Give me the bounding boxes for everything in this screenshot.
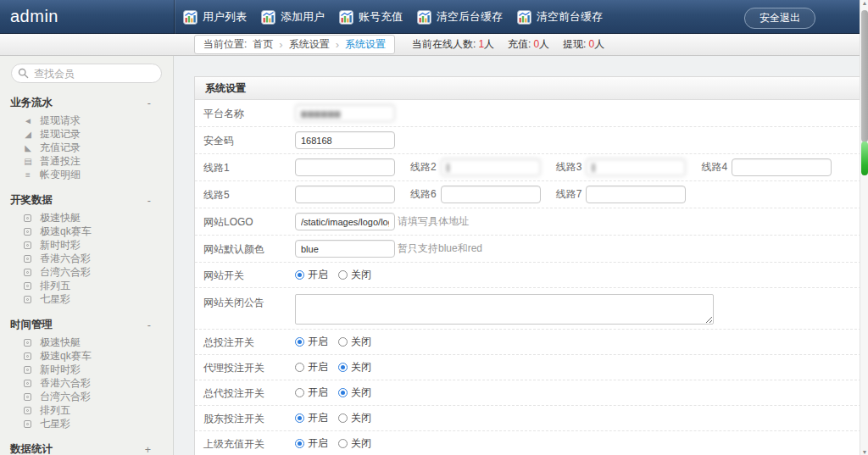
text-input[interactable] — [295, 104, 395, 122]
topbar-nav-button[interactable]: 用户列表 — [183, 9, 247, 25]
radio-option[interactable]: 开启 — [295, 268, 328, 282]
text-input[interactable] — [295, 131, 395, 149]
target-icon — [24, 282, 31, 290]
radio-option[interactable]: 开启 — [295, 335, 328, 349]
sidebar-item-label: 七星彩 — [40, 292, 70, 307]
radio-button[interactable] — [295, 270, 304, 280]
sidebar-item-label: 极速qk赛车 — [40, 225, 92, 239]
text-input[interactable] — [586, 158, 686, 176]
stat-unit: 人 — [484, 38, 494, 50]
text-input[interactable] — [295, 213, 395, 230]
sidebar-section-header[interactable]: 业务流水- — [0, 92, 173, 114]
sidebar-item[interactable]: 七星彩 — [0, 417, 173, 430]
radio-option[interactable]: 关闭 — [338, 436, 371, 451]
sidebar-item-label: 帐变明细 — [40, 168, 81, 182]
text-input[interactable] — [586, 186, 686, 203]
sidebar-item-label: 台湾六合彩 — [40, 265, 91, 280]
radio-option[interactable]: 关闭 — [338, 411, 371, 425]
text-input[interactable] — [441, 158, 541, 176]
radio-button[interactable] — [295, 337, 304, 347]
announcement-textarea[interactable] — [295, 294, 714, 325]
breadcrumb-item[interactable]: 系统设置 — [345, 37, 386, 52]
section-toggle-icon[interactable]: - — [147, 97, 151, 109]
topbar-nav-button[interactable]: 清空前台缓存 — [517, 9, 603, 25]
search-input[interactable] — [11, 64, 162, 83]
scrollbar-track-segment[interactable] — [861, 10, 868, 142]
radio-label: 开启 — [308, 335, 328, 349]
breadcrumb-item[interactable]: 系统设置 — [289, 37, 330, 52]
sidebar-item[interactable]: 排列五 — [0, 279, 173, 292]
sidebar-item[interactable]: 排列五 — [0, 403, 173, 417]
radio-option[interactable]: 关闭 — [338, 268, 371, 282]
radio-button[interactable] — [338, 363, 348, 372]
sidebar-item[interactable]: 香港六合彩 — [0, 376, 173, 390]
radio-button[interactable] — [295, 413, 304, 423]
radio-option[interactable]: 关闭 — [338, 360, 371, 375]
target-icon — [24, 352, 31, 360]
section-toggle-icon[interactable]: + — [145, 444, 151, 455]
radio-option[interactable]: 开启 — [295, 411, 328, 425]
breadcrumb-item[interactable]: 首页 — [253, 37, 273, 52]
topbar-nav-button[interactable]: 添加用户 — [261, 9, 325, 25]
radio-option[interactable]: 开启 — [295, 360, 328, 375]
scroll-down-arrow-icon[interactable]: ▼ — [860, 449, 868, 455]
stat-item: 当前在线人数:1人 — [412, 37, 494, 52]
radio-button[interactable] — [338, 270, 348, 280]
sidebar-item[interactable]: 极速qk赛车 — [0, 225, 173, 238]
scroll-up-arrow-icon[interactable]: ▲ — [860, 0, 868, 6]
radio-label: 开启 — [308, 360, 328, 375]
radio-option[interactable]: 开启 — [295, 436, 328, 451]
radio-label: 关闭 — [351, 411, 371, 425]
radio-button[interactable] — [338, 439, 348, 448]
target-icon — [24, 393, 31, 401]
breadcrumb-separator-icon: › — [336, 38, 339, 51]
page-scrollbar[interactable]: ▲ ▼ — [860, 0, 868, 455]
section-toggle-icon[interactable]: - — [147, 319, 151, 331]
sidebar-section-header[interactable]: 开奖数据- — [0, 189, 173, 211]
form-row: 线路1线路2线路3线路4 — [195, 154, 861, 181]
text-input[interactable] — [732, 158, 832, 176]
text-input[interactable] — [295, 158, 395, 176]
sidebar-item[interactable]: 七星彩 — [0, 292, 173, 306]
target-icon — [24, 296, 31, 303]
sidebar-item[interactable]: 极速快艇 — [0, 336, 173, 349]
sidebar-item[interactable]: 香港六合彩 — [0, 252, 173, 265]
sidebar-item[interactable]: 极速快艇 — [0, 211, 173, 225]
radio-button[interactable] — [338, 337, 348, 347]
field-control: 线路2线路3线路4 — [295, 158, 853, 176]
scrollbar-thumb[interactable] — [861, 141, 868, 175]
sidebar-item[interactable]: 台湾六合彩 — [0, 390, 173, 403]
sidebar-item[interactable]: 新时时彩 — [0, 363, 173, 376]
text-input[interactable] — [441, 186, 541, 203]
radio-option[interactable]: 关闭 — [338, 386, 371, 400]
body-row: 业务流水-◄提现请求◢提现记录◣充值记录▤普通投注≡帐变明细开奖数据-极速快艇极… — [0, 56, 868, 455]
sidebar-section-header[interactable]: 数据统计+ — [0, 438, 173, 455]
field-control: 开启关闭 — [295, 436, 853, 451]
topbar-nav-button[interactable]: 清空后台缓存 — [417, 9, 503, 25]
sidebar-item[interactable]: ≡帐变明细 — [0, 168, 173, 181]
field-control: 开启关闭 — [295, 411, 853, 425]
text-input[interactable] — [295, 186, 395, 203]
radio-button[interactable] — [295, 388, 304, 397]
sidebar-section-header[interactable]: 时间管理- — [0, 314, 173, 336]
sidebar-item[interactable]: ◄提现请求 — [0, 114, 173, 127]
sidebar-item[interactable]: 新时时彩 — [0, 238, 173, 252]
radio-option[interactable]: 开启 — [295, 386, 328, 400]
text-input[interactable] — [295, 240, 395, 258]
topbar-nav: 用户列表添加用户账号充值清空后台缓存清空前台缓存 — [183, 0, 603, 34]
radio-button[interactable] — [295, 363, 304, 372]
sidebar-item[interactable]: ◢提现记录 — [0, 127, 173, 141]
sidebar-item[interactable]: 台湾六合彩 — [0, 265, 173, 279]
radio-button[interactable] — [338, 388, 348, 397]
radio-option[interactable]: 关闭 — [338, 335, 371, 349]
topbar-nav-button[interactable]: 账号充值 — [339, 9, 403, 25]
radio-button[interactable] — [295, 439, 304, 448]
topbar: admin 用户列表添加用户账号充值清空后台缓存清空前台缓存 安全退出 — [0, 0, 868, 34]
section-toggle-icon[interactable]: - — [147, 195, 151, 207]
sidebar-item[interactable]: ▤普通投注 — [0, 154, 173, 168]
sidebar-item[interactable]: 极速qk赛车 — [0, 349, 173, 363]
sidebar-item[interactable]: ◣充值记录 — [0, 141, 173, 154]
radio-button[interactable] — [338, 413, 348, 423]
field-control: 暂只支持blue和red — [295, 240, 853, 258]
logout-button[interactable]: 安全退出 — [744, 8, 815, 29]
